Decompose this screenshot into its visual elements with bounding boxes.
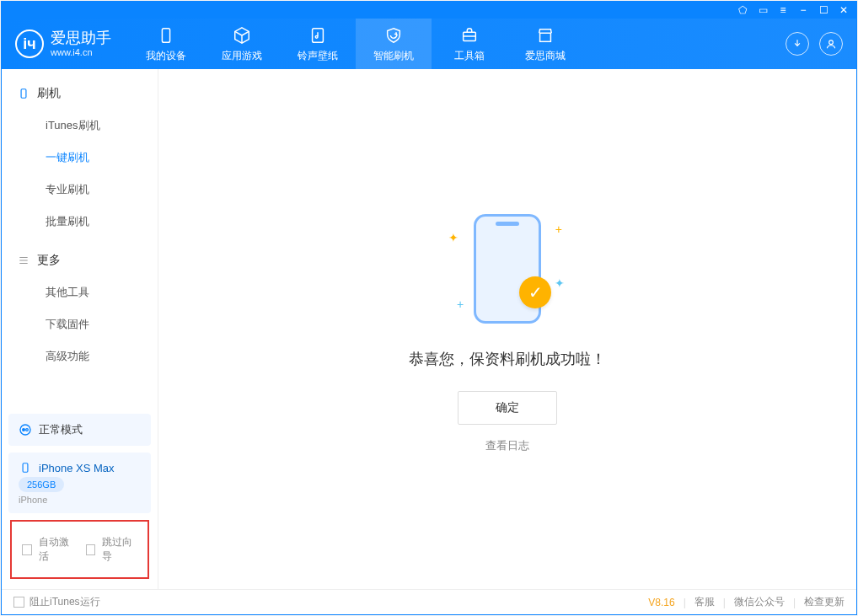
nav-label: 铃声壁纸 <box>298 49 338 63</box>
svg-point-2 <box>315 35 318 38</box>
nav-label: 智能刷机 <box>373 49 414 63</box>
svg-point-9 <box>26 429 29 431</box>
titlebar-menu-icon[interactable]: ≡ <box>777 4 789 16</box>
auto-activate-label: 自动激活 <box>39 535 74 564</box>
section-title: 更多 <box>37 253 61 268</box>
nav-label: 爱思商城 <box>525 49 566 63</box>
titlebar-lock-icon[interactable]: ⬠ <box>737 4 748 16</box>
app-window: ⬠ ▭ ≡ − ☐ ✕ iч 爱思助手 www.i4.cn 我的设备 应用游戏 <box>1 1 857 615</box>
nav-smart-flash[interactable]: 智能刷机 <box>356 19 432 69</box>
sparkle-icon: + <box>457 297 464 311</box>
skip-guide-label: 跳过向导 <box>102 535 137 564</box>
main-content: ✦ + + ✦ ✓ 恭喜您，保资料刷机成功啦！ 确定 查看日志 <box>158 69 856 589</box>
svg-rect-4 <box>540 33 551 41</box>
svg-rect-10 <box>23 463 28 473</box>
highlight-box: 自动激活 跳过向导 <box>10 520 149 579</box>
device-type: iPhone <box>19 495 47 505</box>
view-log-link[interactable]: 查看日志 <box>485 438 529 453</box>
svg-point-5 <box>829 40 834 45</box>
checkbox-block-itunes[interactable] <box>13 597 24 608</box>
logo-icon: iч <box>15 29 44 58</box>
titlebar: ⬠ ▭ ≡ − ☐ ✕ <box>2 2 856 19</box>
nav-apps-games[interactable]: 应用游戏 <box>204 19 280 69</box>
sidebar-item-batch-flash[interactable]: 批量刷机 <box>2 206 158 238</box>
user-button[interactable] <box>819 32 843 56</box>
close-button[interactable]: ✕ <box>838 4 850 16</box>
download-button[interactable] <box>786 32 809 56</box>
block-itunes-label: 阻止iTunes运行 <box>29 595 100 609</box>
sidebar-footer: 正常模式 iPhone XS Max 256GB iPhone 自动激活 <box>2 407 158 589</box>
body: 刷机 iTunes刷机 一键刷机 专业刷机 批量刷机 更多 其他工具 下载固件 … <box>2 69 856 589</box>
list-icon <box>17 254 30 267</box>
maximize-button[interactable]: ☐ <box>818 4 829 16</box>
sidebar-item-advanced[interactable]: 高级功能 <box>2 340 158 372</box>
svg-rect-0 <box>162 28 169 42</box>
sidebar-item-oneclick-flash[interactable]: 一键刷机 <box>2 142 158 174</box>
sidebar-item-download-firmware[interactable]: 下载固件 <box>2 308 158 340</box>
refresh-shield-icon <box>383 25 404 46</box>
svg-point-8 <box>23 429 25 431</box>
cube-icon <box>232 25 252 46</box>
sidebar: 刷机 iTunes刷机 一键刷机 专业刷机 批量刷机 更多 其他工具 下载固件 … <box>2 69 158 589</box>
mode-card[interactable]: 正常模式 <box>8 414 151 446</box>
sidebar-section-flash: 刷机 iTunes刷机 一键刷机 专业刷机 批量刷机 <box>2 78 158 238</box>
device-name: iPhone XS Max <box>39 462 115 474</box>
mode-label: 正常模式 <box>39 422 83 437</box>
toolbox-icon <box>459 25 480 46</box>
success-illustration: ✦ + + ✦ ✓ <box>432 206 583 332</box>
phone-icon <box>17 87 30 100</box>
sparkle-icon: + <box>555 222 562 236</box>
header-actions <box>786 32 843 56</box>
success-text: 恭喜您，保资料刷机成功啦！ <box>409 349 606 369</box>
device-icon <box>19 461 32 474</box>
sidebar-section-more: 更多 其他工具 下载固件 高级功能 <box>2 244 158 372</box>
section-title: 刷机 <box>37 86 61 101</box>
cycle-icon <box>19 423 32 437</box>
nav-toolbox[interactable]: 工具箱 <box>432 19 507 69</box>
sidebar-item-itunes-flash[interactable]: iTunes刷机 <box>2 110 158 142</box>
status-link-update[interactable]: 检查更新 <box>804 595 845 609</box>
nav-store[interactable]: 爱思商城 <box>507 19 583 69</box>
app-name: 爱思助手 <box>51 30 111 47</box>
checkbox-auto-activate[interactable] <box>22 544 32 555</box>
app-url: www.i4.cn <box>51 47 111 57</box>
device-capacity: 256GB <box>19 477 64 492</box>
nav-ringtones[interactable]: 铃声壁纸 <box>280 19 356 69</box>
sparkle-icon: ✦ <box>555 276 565 290</box>
sidebar-item-other-tools[interactable]: 其他工具 <box>2 276 158 308</box>
sparkle-icon: ✦ <box>448 231 458 244</box>
titlebar-page-icon[interactable]: ▭ <box>757 4 769 16</box>
nav-label: 我的设备 <box>146 49 186 63</box>
svg-rect-6 <box>21 89 26 99</box>
ok-button[interactable]: 确定 <box>458 391 557 425</box>
status-link-support[interactable]: 客服 <box>694 595 715 609</box>
logo: iч 爱思助手 www.i4.cn <box>15 29 111 58</box>
device-icon <box>156 25 176 46</box>
store-icon <box>535 25 555 46</box>
nav-my-device[interactable]: 我的设备 <box>128 19 204 69</box>
check-badge-icon: ✓ <box>519 276 551 308</box>
nav-label: 应用游戏 <box>222 49 262 63</box>
top-nav: 我的设备 应用游戏 铃声壁纸 智能刷机 工具箱 爱思商城 <box>128 19 583 69</box>
version-label: V8.16 <box>648 597 674 608</box>
minimize-button[interactable]: − <box>797 4 809 16</box>
device-card[interactable]: iPhone XS Max 256GB iPhone <box>8 453 151 513</box>
status-link-wechat[interactable]: 微信公众号 <box>734 595 785 609</box>
nav-label: 工具箱 <box>454 49 485 63</box>
header: iч 爱思助手 www.i4.cn 我的设备 应用游戏 铃声壁纸 智能刷机 <box>2 19 856 69</box>
sidebar-item-pro-flash[interactable]: 专业刷机 <box>2 174 158 206</box>
checkbox-skip-guide[interactable] <box>86 544 96 555</box>
statusbar: 阻止iTunes运行 V8.16 | 客服 | 微信公众号 | 检查更新 <box>2 589 856 614</box>
music-icon <box>308 25 328 46</box>
